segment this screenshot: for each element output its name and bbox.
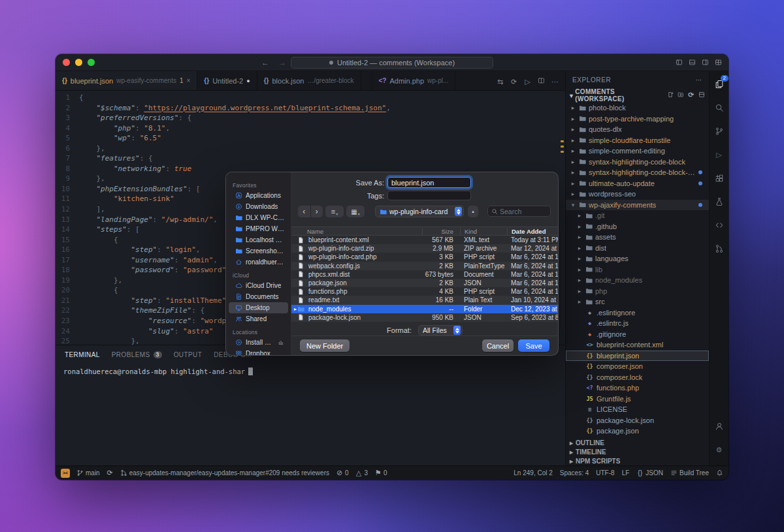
- column-header-name[interactable]: Name: [291, 228, 422, 235]
- status-item-ln[interactable]: Ln 249, Col 2: [514, 469, 553, 477]
- play-activity-button[interactable]: ▷: [711, 147, 727, 163]
- file-row-readme.txt[interactable]: readme.txt16 KBPlain TextJan 10, 2024 at…: [291, 296, 558, 304]
- file-row-package-lock.json[interactable]: package-lock.json950 KBJSONSep 6, 2023 a…: [291, 313, 558, 322]
- explorer-item-package-lock.json[interactable]: {}package-lock.json: [566, 415, 709, 426]
- parent-folder-button[interactable]: ▴: [468, 206, 478, 217]
- status-item-json[interactable]: {}JSON: [636, 469, 663, 477]
- refresh-button[interactable]: ⟳: [688, 91, 694, 99]
- column-header-kind[interactable]: Kind: [460, 228, 507, 235]
- explorer-item-simple-cloudflare-turnstile[interactable]: ▸simple-cloudflare-turnstile: [566, 135, 709, 146]
- sidebar-section-NPM SCRIPTS[interactable]: ▸NPM SCRIPTS: [566, 456, 709, 465]
- save-button[interactable]: Save: [518, 339, 549, 352]
- account-activity-button[interactable]: [711, 418, 727, 434]
- zoom-window-button[interactable]: [88, 59, 95, 66]
- search-activity-button[interactable]: [711, 100, 727, 116]
- explorer-item-photo-block[interactable]: ▸photo-block: [566, 102, 709, 114]
- explorer-item-Gruntfile.js[interactable]: JSGruntfile.js: [566, 394, 709, 405]
- file-row-wp-plugin-info-card.zip[interactable]: wp-plugin-info-card.zip2.9 MBZIP archive…: [291, 244, 558, 253]
- explorer-item-wp-ajaxify-comments[interactable]: ▾wp-ajaxify-comments: [566, 200, 709, 211]
- explorer-item-assets[interactable]: ▸assets: [566, 232, 709, 243]
- status-item-sync[interactable]: ⟳: [106, 469, 114, 477]
- explorer-item-composer.lock[interactable]: {}composer.lock: [566, 372, 709, 383]
- gear-activity-button[interactable]: ⚙: [711, 442, 727, 458]
- file-row-blueprint-content.xml[interactable]: blueprint-content.xml567 KBXML textToday…: [291, 236, 558, 244]
- close-tab-icon[interactable]: ×: [187, 77, 191, 84]
- file-row-functions.php[interactable]: functions.php4 KBPHP scriptMar 6, 2024 a…: [291, 287, 558, 296]
- sidebar-section-OUTLINE[interactable]: ▸OUTLINE: [566, 438, 709, 447]
- explorer-item-dist[interactable]: ▸dist: [566, 243, 709, 254]
- explorer-item-quotes-dlx[interactable]: ▸quotes-dlx: [566, 124, 709, 135]
- sidebar-item-PMPRO WP-C...[interactable]: PMPRO WP-C...: [229, 223, 288, 234]
- explorer-item-.github[interactable]: ▸.github: [566, 221, 709, 232]
- explorer-item-post-type-archive-mapping[interactable]: ▸post-type-archive-mapping: [566, 114, 709, 125]
- history-back-button[interactable]: ←: [261, 58, 269, 67]
- workspace-section-header[interactable]: ▾COMMENTS (WORKSPACE)⟳: [566, 88, 709, 102]
- status-item-0[interactable]: ⊘0: [336, 469, 349, 477]
- sidebar-item-DLX WP-Cont...[interactable]: DLX WP-Cont...: [229, 212, 288, 223]
- status-item-main[interactable]: main: [76, 469, 100, 477]
- sidebar-item-ronaldhuereca[interactable]: ronaldhuereca: [229, 257, 288, 268]
- terminal-content[interactable]: ronaldhuereca@ronalds-mbp highlight-and-…: [56, 364, 565, 375]
- sidebar-item-Shared[interactable]: Shared: [229, 313, 288, 324]
- panel-tab-PROBLEMS[interactable]: PROBLEMS3: [112, 351, 162, 358]
- explorer-item-.eslintignore[interactable]: ◆.eslintignore: [566, 307, 709, 319]
- list-view-button[interactable]: ≡▾: [325, 206, 344, 217]
- explorer-item-src[interactable]: ▸src: [566, 296, 709, 307]
- status-item-utf-8[interactable]: UTF-8: [596, 469, 614, 477]
- new-folder-button[interactable]: New Folder: [300, 339, 350, 352]
- sidebar-item-Downloads[interactable]: Downloads: [229, 201, 288, 212]
- explorer-item-blueprint-content.xml[interactable]: <>blueprint-content.xml: [566, 339, 709, 351]
- file-row-webpack.config.js[interactable]: webpack.config.js2 KBPlainTextTypeMar 6,…: [291, 262, 558, 270]
- newfolder-button[interactable]: [678, 91, 684, 99]
- remote-activity-button[interactable]: [711, 217, 727, 233]
- file-row-phpcs.xml.dist[interactable]: phpcs.xml.dist673 bytesDocumentMar 6, 20…: [291, 270, 558, 279]
- sidebar-item-Desktop[interactable]: Desktop: [229, 302, 288, 313]
- column-header-date-added[interactable]: Date Added: [507, 228, 558, 235]
- explorer-item-.eslintrc.js[interactable]: ◆.eslintrc.js: [566, 318, 709, 329]
- compare-button[interactable]: ⇆: [497, 75, 504, 87]
- explorer-more-actions-button[interactable]: ⋯: [695, 76, 702, 84]
- ellipsis-button[interactable]: ⋯: [551, 75, 559, 87]
- sync-button[interactable]: ⟳: [510, 75, 517, 87]
- icon-view-button[interactable]: ▦▾: [346, 206, 365, 217]
- sidebar-item-Install Local[interactable]: Install Local: [229, 337, 288, 348]
- file-row-node_modules[interactable]: ▸node_modules--FolderDec 12, 2023 at 9:: [291, 305, 558, 313]
- panel-tab-TERMINAL[interactable]: TERMINAL: [65, 351, 100, 358]
- column-header-size[interactable]: Size: [422, 228, 460, 235]
- explorer-item-.gitignore[interactable]: ◆.gitignore: [566, 329, 709, 340]
- history-forward-button[interactable]: →: [278, 58, 286, 67]
- explorer-item-wordpress-seo[interactable]: ▸wordpress-seo: [566, 189, 709, 200]
- explorer-item-blueprint.json[interactable]: {}blueprint.json: [566, 351, 709, 362]
- status-item-build[interactable]: Build Tree: [670, 469, 709, 477]
- sidebar-item-Dropbox[interactable]: Dropbox: [229, 348, 288, 355]
- minimize-window-button[interactable]: [75, 59, 82, 66]
- explorer-item-languages[interactable]: ▸languages: [566, 253, 709, 264]
- status-item-lf[interactable]: LF: [622, 469, 630, 477]
- forward-button[interactable]: ›: [310, 206, 323, 217]
- close-window-button[interactable]: [63, 59, 70, 66]
- sidebar-item-iCloud Drive[interactable]: iCloud Drive: [229, 280, 288, 291]
- explorer-item-.git[interactable]: ▸.git: [566, 210, 709, 221]
- sidebar-section-TIMELINE[interactable]: ▸TIMELINE: [566, 447, 709, 456]
- search-input[interactable]: [500, 208, 547, 215]
- status-item-0[interactable]: ⚑0: [374, 469, 387, 477]
- newfile-button[interactable]: [667, 91, 674, 99]
- explorer-item-syntax-highlighting-code-block[interactable]: ▸syntax-highlighting-code-block: [566, 157, 709, 168]
- tab-block.json[interactable]: {}block.json…/greater-block: [257, 71, 361, 90]
- pr-activity-button[interactable]: [711, 241, 727, 257]
- layout-right-button[interactable]: [702, 57, 709, 69]
- extensions-activity-button[interactable]: [711, 170, 727, 186]
- scm-activity-button[interactable]: [711, 123, 727, 139]
- tab-Untitled-2[interactable]: {}Untitled-2●: [197, 71, 257, 90]
- explorer-item-node_modules[interactable]: ▸node_modules: [566, 275, 709, 286]
- layout-left-button[interactable]: [676, 57, 683, 69]
- explorer-item-composer.json[interactable]: {}composer.json: [566, 361, 709, 372]
- flask-activity-button[interactable]: [711, 194, 727, 210]
- collapse-button[interactable]: [698, 91, 705, 99]
- grid-button[interactable]: [715, 57, 722, 69]
- play-button[interactable]: ▷: [524, 75, 531, 87]
- titlebar[interactable]: ← → Untitled-2 — comments (Workspace): [56, 54, 728, 71]
- tab-Admin.php[interactable]: <?Admin.phpwp-pl...: [372, 71, 456, 90]
- explorer-item-simple-comment-editing[interactable]: ▸simple-comment-editing: [566, 146, 709, 157]
- status-item-easy-updates-manager/easy-updates-manager#209[interactable]: easy-updates-manager/easy-updates-manage…: [120, 469, 329, 477]
